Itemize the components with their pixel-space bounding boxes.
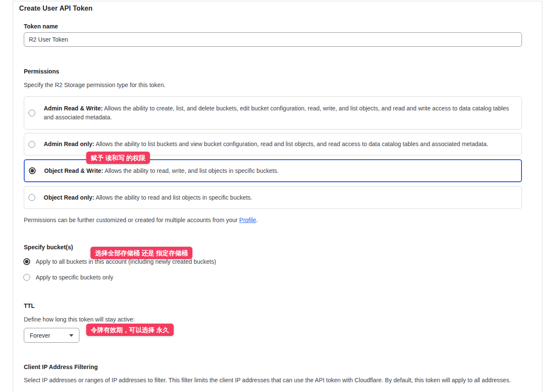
token-name-label: Token name: [24, 23, 58, 30]
permission-option-text: Admin Read only: Allows the ability to l…: [44, 140, 488, 149]
permission-option-title: Admin Read & Write:: [44, 105, 103, 112]
permissions-heading: Permissions: [24, 68, 59, 75]
permission-option-text: Admin Read & Write: Allows the ability t…: [44, 104, 513, 122]
client-ip-filtering-description: Select IP addresses or ranges of IP addr…: [24, 376, 522, 385]
token-name-input[interactable]: [24, 32, 522, 47]
ttl-selected-value: Forever: [30, 332, 50, 339]
bucket-option-specific-buckets[interactable]: Apply to specific buckets only: [23, 274, 113, 281]
permission-option-description: Allows the ability to read, write, and l…: [104, 167, 279, 174]
radio-admin-read-write[interactable]: [28, 110, 35, 116]
permission-option-description: Allows the ability to list buckets and v…: [96, 141, 488, 147]
radio-all-buckets[interactable]: [23, 258, 30, 265]
radio-admin-read-only[interactable]: [28, 141, 35, 148]
footnote-period: .: [256, 217, 258, 223]
permission-option-description: Allows the ability to create, list, and …: [44, 105, 509, 121]
annotation-ttl-forever: 令牌有效期，可以选择 永久: [86, 324, 174, 336]
annotation-bucket-choice: 选择全部存储桶 还是 指定存储桶: [90, 247, 192, 259]
permission-option-object-read-only[interactable]: Object Read only: Allows the ability to …: [24, 186, 522, 209]
permission-option-title: Object Read & Write:: [44, 167, 103, 174]
annotation-read-write-permission: 赋予 读和写 的权限: [86, 152, 150, 164]
permission-option-text: Object Read & Write: Allows the ability …: [44, 166, 279, 175]
profile-link[interactable]: Profile: [239, 217, 256, 223]
chevron-down-icon: [69, 334, 73, 337]
specify-buckets-heading: Specify bucket(s): [24, 244, 73, 251]
permission-option-description: Allows the ability to read and list obje…: [96, 194, 252, 201]
ttl-heading: TTL: [24, 302, 35, 309]
page-title: Create User API Token: [19, 5, 93, 12]
panel-right-border: [542, 1, 542, 392]
ttl-select[interactable]: Forever: [24, 328, 79, 343]
bucket-option-label: Apply to all buckets in this account (in…: [36, 258, 216, 265]
radio-object-read-only[interactable]: [28, 194, 35, 201]
permission-option-title: Admin Read only:: [44, 141, 94, 147]
permission-option-title: Object Read only:: [44, 194, 94, 201]
permission-option-admin-read-write[interactable]: Admin Read & Write: Allows the ability t…: [24, 96, 522, 130]
bucket-option-label: Apply to specific buckets only: [36, 274, 113, 281]
panel-left-border: [13, 1, 13, 392]
permission-option-text: Object Read only: Allows the ability to …: [44, 193, 252, 202]
radio-specific-buckets[interactable]: [23, 274, 30, 281]
client-ip-filtering-heading: Client IP Address Filtering: [24, 364, 98, 370]
ttl-description: Define how long this token will stay act…: [24, 315, 135, 324]
permissions-description: Specify the R2 Storage permission type f…: [24, 81, 166, 90]
radio-object-read-write[interactable]: [29, 167, 36, 174]
panel-top-border: [13, 1, 542, 1]
footnote-text: Permissions can be further customized or…: [24, 217, 239, 223]
create-user-api-token-page: Create User API Token Token name Permiss…: [0, 0, 547, 392]
permissions-footnote: Permissions can be further customized or…: [24, 216, 258, 225]
